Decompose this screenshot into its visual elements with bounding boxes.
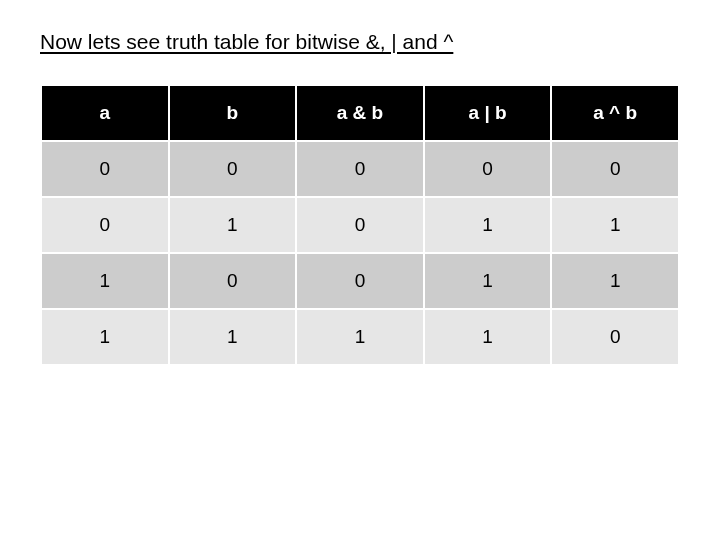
table-cell: 0 (551, 141, 679, 197)
table-header-cell: a (41, 85, 169, 141)
table-header-cell: b (169, 85, 297, 141)
table-cell: 0 (41, 141, 169, 197)
table-cell: 0 (296, 253, 424, 309)
truth-table: a b a & b a | b a ^ b 0 0 0 0 0 0 1 0 1 … (40, 84, 680, 366)
table-row: 0 0 0 0 0 (41, 141, 679, 197)
table-row: 1 0 0 1 1 (41, 253, 679, 309)
table-header-row: a b a & b a | b a ^ b (41, 85, 679, 141)
table-cell: 1 (169, 197, 297, 253)
table-header-cell: a ^ b (551, 85, 679, 141)
table-header-cell: a | b (424, 85, 552, 141)
table-cell: 0 (296, 141, 424, 197)
table-header-cell: a & b (296, 85, 424, 141)
table-cell: 0 (41, 197, 169, 253)
table-cell: 0 (424, 141, 552, 197)
table-cell: 0 (169, 141, 297, 197)
table-row: 1 1 1 1 0 (41, 309, 679, 365)
table-row: 0 1 0 1 1 (41, 197, 679, 253)
table-cell: 1 (169, 309, 297, 365)
table-cell: 1 (551, 253, 679, 309)
slide-title: Now lets see truth table for bitwise &, … (40, 30, 680, 54)
table-cell: 1 (424, 309, 552, 365)
table-cell: 1 (424, 253, 552, 309)
table-cell: 0 (551, 309, 679, 365)
table-cell: 0 (169, 253, 297, 309)
table-cell: 1 (41, 309, 169, 365)
table-cell: 1 (424, 197, 552, 253)
table-cell: 0 (296, 197, 424, 253)
table-cell: 1 (296, 309, 424, 365)
table-cell: 1 (41, 253, 169, 309)
table-cell: 1 (551, 197, 679, 253)
